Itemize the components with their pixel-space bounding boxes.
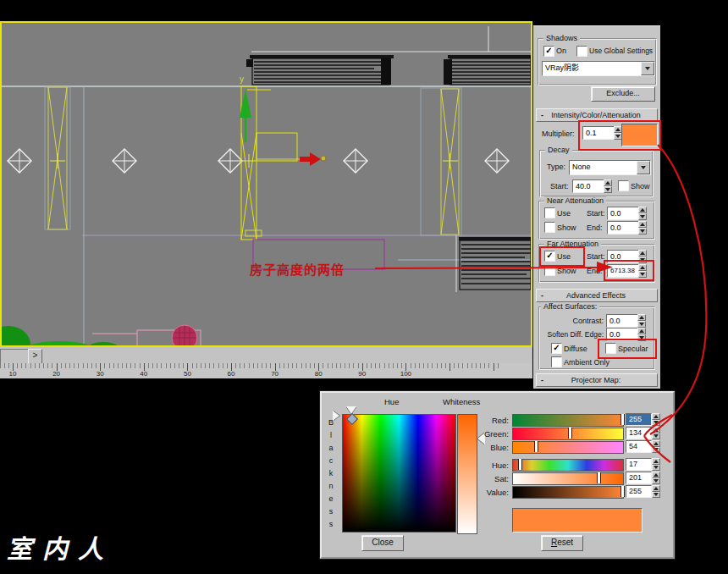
channel-slider[interactable]: [512, 472, 624, 485]
near-start-label: Start:: [587, 209, 605, 218]
use-global-settings-label: Use Global Settings: [589, 47, 653, 55]
multiplier-field[interactable]: 0.1: [582, 126, 615, 140]
shadow-type-dropdown[interactable]: VRay阴影: [542, 61, 655, 76]
slider-marker[interactable]: [569, 428, 571, 439]
far-end-field[interactable]: 6713.38: [607, 264, 640, 278]
projector-rollout-header[interactable]: - Projector Map:: [536, 373, 658, 387]
near-start-spinner[interactable]: [638, 207, 647, 220]
diffuse-label: Diffuse: [564, 345, 587, 353]
light-target-dot[interactable]: [321, 156, 326, 161]
channel-slider[interactable]: [512, 486, 624, 499]
close-button[interactable]: Close: [361, 535, 404, 551]
dropdown-arrow-icon[interactable]: [637, 161, 650, 174]
channel-slider[interactable]: [512, 428, 624, 440]
selected-light[interactable]: [241, 86, 300, 240]
slider-marker[interactable]: [519, 459, 521, 470]
channel-value-field[interactable]: 134: [626, 427, 652, 439]
channel-value-field[interactable]: 255: [626, 485, 652, 498]
use-global-settings-checkbox[interactable]: [576, 46, 587, 57]
omni-light-icon[interactable]: [113, 149, 136, 173]
decay-start-field[interactable]: 40.0: [572, 179, 605, 193]
omni-light-icon[interactable]: [218, 149, 242, 173]
ruler-tick-label: 10: [4, 370, 21, 378]
channel-spinner[interactable]: [652, 427, 660, 439]
near-end-spinner[interactable]: [638, 221, 647, 235]
soften-field[interactable]: 0.0: [606, 328, 639, 341]
soften-spinner[interactable]: [637, 328, 646, 341]
affect-surfaces-title: Affect Surfaces:: [541, 302, 599, 311]
ambient-only-checkbox[interactable]: [551, 356, 562, 367]
contrast-label: Contrast:: [539, 317, 604, 325]
front-viewport[interactable]: y: [0, 21, 532, 347]
channel-slider[interactable]: [512, 414, 624, 427]
ruler-tick-label: 80: [310, 370, 327, 378]
channel-slider[interactable]: [512, 441, 624, 454]
intensity-rollout-header[interactable]: - Intensity/Color/Attenuation: [536, 108, 658, 122]
track-bar[interactable]: > 102030405060708090100: [0, 347, 532, 378]
omni-light-icon[interactable]: [344, 149, 367, 173]
contrast-field[interactable]: 0.0: [606, 314, 639, 328]
viewport-canvas[interactable]: y: [2, 23, 531, 345]
channel-spinner[interactable]: [652, 413, 660, 426]
collapse-icon[interactable]: -: [541, 291, 543, 300]
near-show-checkbox[interactable]: [544, 222, 555, 233]
light-color-swatch[interactable]: [621, 124, 658, 146]
channel-label: Green:: [484, 429, 509, 439]
channel-spinner[interactable]: [652, 472, 660, 484]
exclude-button[interactable]: Exclude...: [591, 86, 655, 102]
decay-type-dropdown[interactable]: None: [569, 160, 651, 175]
decay-show-checkbox[interactable]: [618, 180, 629, 191]
decay-type-value: None: [572, 163, 591, 171]
hue-area-label: Hue: [384, 397, 399, 406]
channel-label: Sat:: [494, 474, 509, 483]
plant-shape: [88, 342, 119, 345]
trackbar-field[interactable]: [0, 349, 29, 364]
slider-marker[interactable]: [598, 472, 600, 483]
channel-spinner[interactable]: [652, 440, 660, 453]
next-frame-button[interactable]: >: [28, 349, 42, 364]
decay-start-label: Start:: [550, 182, 569, 190]
far-start-field[interactable]: 0.0: [607, 250, 640, 263]
decay-start-spinner[interactable]: [604, 179, 612, 193]
color-row-value: Value:255: [322, 486, 673, 498]
near-end-field[interactable]: 0.0: [607, 221, 640, 235]
slider-marker[interactable]: [621, 414, 624, 425]
slider-marker[interactable]: [535, 441, 538, 452]
collapse-icon[interactable]: -: [541, 111, 543, 119]
shadows-group: Shadows ✓ On Use Global Settings VRay阴影: [538, 38, 657, 86]
channel-spinner[interactable]: [652, 458, 660, 471]
y-axis-label: y: [240, 75, 244, 84]
current-color-preview: [512, 508, 643, 533]
far-end-spinner[interactable]: [638, 264, 647, 278]
collapse-icon[interactable]: -: [541, 376, 543, 384]
slider-marker[interactable]: [621, 486, 624, 497]
omni-light-icon[interactable]: [8, 149, 31, 173]
reset-button[interactable]: Reset: [541, 535, 583, 551]
channel-value-field[interactable]: 54: [626, 440, 652, 453]
shadows-on-checkbox[interactable]: ✓: [543, 46, 554, 57]
time-ruler[interactable]: 102030405060708090100: [0, 363, 532, 378]
channel-value-field[interactable]: 17: [626, 458, 652, 471]
channel-value-field[interactable]: 201: [626, 472, 652, 484]
window-column-left[interactable]: [45, 87, 70, 229]
shadow-type-value: VRay阴影: [545, 63, 579, 72]
window-column-right[interactable]: [421, 88, 461, 235]
near-use-checkbox[interactable]: [544, 207, 555, 218]
contrast-spinner[interactable]: [637, 314, 646, 328]
advanced-rollout-header[interactable]: - Advanced Effects: [536, 289, 658, 302]
cabinet-block: [456, 235, 531, 292]
far-start-spinner[interactable]: [638, 250, 647, 263]
channel-slider[interactable]: [512, 459, 624, 472]
near-start-field[interactable]: 0.0: [607, 207, 640, 220]
diffuse-checkbox[interactable]: ✓: [551, 343, 562, 354]
multiplier-label: Multiplier:: [542, 130, 575, 138]
specular-checkbox[interactable]: [605, 343, 616, 354]
dropdown-arrow-icon[interactable]: [641, 62, 654, 75]
channel-spinner[interactable]: [652, 485, 660, 498]
far-use-checkbox[interactable]: ✓: [544, 251, 555, 262]
far-show-checkbox[interactable]: [544, 265, 555, 276]
omni-light-icon[interactable]: [485, 149, 509, 173]
channel-label: Value:: [487, 488, 509, 497]
channel-value-field[interactable]: 255: [626, 413, 652, 426]
gizmo-x-axis[interactable]: [300, 152, 326, 166]
